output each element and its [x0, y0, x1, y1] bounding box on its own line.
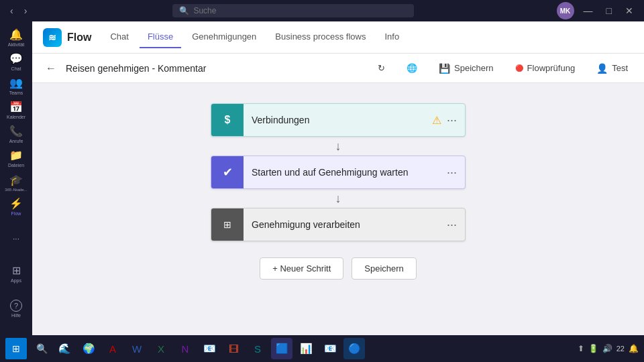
sidebar-label-365: 365 Akade...	[5, 188, 27, 192]
taskbar-search[interactable]: 🔍	[32, 338, 51, 359]
tab-chat[interactable]: Chat	[102, 26, 136, 48]
sidebar-item-anrufe[interactable]: 📞 Anrufe	[3, 123, 30, 145]
sidebar-label-apps: Apps	[11, 278, 21, 283]
flow-step-verbindungen[interactable]: $ Verbindungen ⚠ ···	[211, 103, 466, 137]
more-icon: ···	[13, 234, 19, 243]
taskbar-search-icon: 🔍	[36, 343, 48, 354]
nav-tabs: Chat Flüsse Genehmigungen Business proce…	[102, 26, 407, 48]
arrow-connector-1: ↓	[335, 137, 341, 156]
back-button[interactable]: ←	[43, 60, 59, 77]
nav-back-button[interactable]: ‹	[7, 4, 17, 17]
minimize-button[interactable]: —	[580, 4, 597, 17]
windows-icon: ⊞	[12, 343, 20, 354]
sidebar-label-teams: Teams	[9, 90, 23, 95]
save-flow-button[interactable]: Speichern	[352, 257, 417, 280]
sidebar-item-more[interactable]: ···	[3, 223, 30, 255]
main-area: ≋ Flow Chat Flüsse Genehmigungen Busines…	[32, 21, 644, 335]
taskbar-word[interactable]: W	[126, 338, 148, 359]
refresh-button[interactable]: ↻	[372, 60, 390, 76]
taskbar-battery-icon: 🔋	[588, 344, 598, 353]
tab-genehmigungen[interactable]: Genehmigungen	[184, 26, 264, 48]
maximize-button[interactable]: □	[602, 4, 616, 17]
taskbar-excel[interactable]: X	[150, 338, 172, 359]
sidebar-item-dateien[interactable]: 📁 Dateien	[3, 147, 30, 169]
chat-icon: 💬	[9, 52, 23, 65]
sidebar-item-kalender[interactable]: 📅 Kalender	[3, 99, 30, 121]
taskbar-outlook[interactable]: 📧	[199, 338, 220, 359]
top-nav: ≋ Flow Chat Flüsse Genehmigungen Busines…	[32, 21, 644, 54]
taskbar-onenote[interactable]: N	[174, 338, 196, 359]
save-toolbar-button[interactable]: 💾 Speichern	[433, 60, 499, 76]
taskbar: ⊞ 🔍 🌊 🌍 A W X N 📧 🎞 S 🟦 📊 📧 🔵 ⬆ 🔋	[0, 335, 644, 362]
taskbar-edge[interactable]: 🌊	[54, 338, 75, 359]
sidebar-item-teams[interactable]: 👥 Teams	[3, 75, 30, 97]
verbindungen-actions: ⚠ ···	[432, 112, 465, 129]
sidebar-item-hilfe[interactable]: ? Hilfe	[3, 292, 30, 324]
flowcheck-button[interactable]: 🔴 Flowprüfung	[510, 60, 581, 76]
taskbar-powerbi[interactable]: 📊	[295, 338, 317, 359]
search-bar: 🔍	[172, 4, 414, 17]
outlook-icon: 📧	[203, 343, 216, 355]
warning-icon: ⚠	[432, 114, 441, 127]
hilfe-icon: ?	[10, 300, 22, 312]
flow-step-genehmigung[interactable]: ⊞ Genehmigung verarbeiten ···	[211, 208, 466, 241]
flow-logo-icon: ≋	[48, 32, 56, 43]
flow-icon: ⚡	[9, 197, 23, 210]
taskbar-sharepoint[interactable]: S	[247, 338, 268, 359]
sidebar-label-chat: Chat	[11, 66, 21, 71]
taskbar-notification-icon: ⬆	[578, 344, 584, 353]
edge-icon: 🌊	[58, 343, 71, 355]
sidebar-label-flow: Flow	[11, 211, 21, 216]
test-button[interactable]: 👤 Test	[591, 60, 633, 76]
search-icon: 🔍	[179, 6, 189, 15]
sidebar-item-365[interactable]: 🎓 365 Akade...	[3, 172, 30, 193]
onenote-icon: N	[182, 343, 189, 355]
verbindungen-more-button[interactable]: ···	[444, 112, 460, 129]
taskbar-flow-tb[interactable]: 🔵	[343, 338, 365, 359]
tab-business-process[interactable]: Business process flows	[267, 26, 374, 48]
starten-label: Starten und auf Genehmigung warten	[244, 167, 444, 178]
verbindungen-icon-area: $	[211, 104, 244, 136]
save-label: Speichern	[454, 63, 494, 73]
starten-icon: ✔	[223, 165, 233, 180]
tab-info[interactable]: Info	[376, 26, 407, 48]
app-title: Flow	[67, 32, 91, 44]
flow-taskbar-icon: 🔵	[348, 343, 361, 355]
sidebar-label-aktivitat: Aktivität	[8, 42, 25, 47]
app-icon-area: ≋ Flow	[43, 28, 91, 47]
taskbar-outlook2[interactable]: 📧	[319, 338, 341, 359]
arrow-connector-2: ↓	[335, 189, 341, 208]
tab-flusse[interactable]: Flüsse	[140, 26, 181, 48]
sidebar-item-aktivitat[interactable]: 🔔 Aktivität	[3, 27, 30, 48]
365-icon: 🎓	[9, 174, 23, 186]
sidebar-item-flow[interactable]: ⚡ Flow	[3, 196, 30, 217]
sidebar-item-apps[interactable]: ⊞ Apps	[3, 257, 30, 290]
title-bar-right: MK — □ ✕	[557, 2, 637, 19]
taskbar-powerpoint[interactable]: 🎞	[223, 338, 244, 359]
title-bar-left: ‹ ›	[7, 4, 30, 17]
genehmigung-more-button[interactable]: ···	[444, 217, 460, 233]
globe-button[interactable]: 🌐	[401, 60, 423, 76]
taskbar-start-button[interactable]: ⊞	[5, 338, 27, 359]
close-button[interactable]: ✕	[621, 4, 637, 17]
flow-step-starten[interactable]: ✔ Starten und auf Genehmigung warten ···	[211, 156, 466, 189]
search-input[interactable]	[193, 6, 407, 15]
sidebar-label-kalender: Kalender	[7, 115, 25, 119]
sidebar-label-anrufe: Anrufe	[9, 139, 23, 143]
anrufe-icon: 📞	[9, 125, 23, 137]
nav-forward-button[interactable]: ›	[21, 4, 31, 17]
teams-taskbar-icon: 🟦	[276, 343, 288, 355]
taskbar-teams[interactable]: 🟦	[271, 338, 292, 359]
app-container: 🔔 Aktivität 💬 Chat 👥 Teams 📅 Kalender 📞 …	[0, 21, 644, 335]
taskbar-access[interactable]: A	[102, 338, 123, 359]
taskbar-edge2[interactable]: 🌍	[78, 338, 99, 359]
starten-more-button[interactable]: ···	[444, 164, 460, 181]
test-label: Test	[612, 63, 628, 73]
new-step-button[interactable]: + Neuer Schritt	[260, 257, 343, 280]
powerpoint-icon: 🎞	[229, 343, 239, 355]
verbindungen-label: Verbindungen	[244, 115, 432, 125]
taskbar-volume-icon: 🔊	[602, 344, 612, 353]
aktivitat-icon: 🔔	[9, 28, 23, 41]
action-buttons: + Neuer Schritt Speichern	[260, 257, 417, 280]
sidebar-item-chat[interactable]: 💬 Chat	[3, 51, 30, 72]
